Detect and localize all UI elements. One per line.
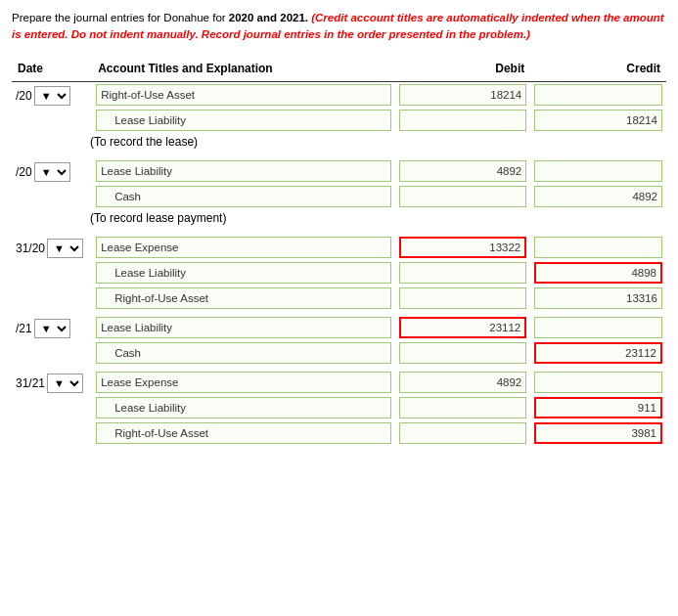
credit-input[interactable]	[534, 84, 662, 106]
account-input[interactable]	[96, 397, 390, 418]
debit-cell	[395, 235, 531, 260]
credit-input[interactable]	[534, 287, 662, 309]
credit-cell	[530, 81, 666, 108]
account-cell	[92, 108, 394, 133]
date-label: 31/21	[16, 376, 45, 390]
table-row	[12, 420, 666, 446]
note-row: (To record the lease)	[12, 133, 666, 154]
credit-input[interactable]	[534, 422, 662, 444]
credit-cell	[530, 108, 666, 133]
header-date: Date	[12, 58, 92, 82]
date-cell	[12, 108, 92, 133]
account-input[interactable]	[96, 317, 390, 338]
date-dropdown[interactable]: ▼	[47, 374, 83, 393]
debit-input[interactable]	[399, 317, 527, 338]
debit-cell	[395, 370, 531, 395]
account-input[interactable]	[96, 287, 390, 309]
date-cell	[12, 184, 92, 209]
table-row	[12, 395, 666, 420]
account-input[interactable]	[96, 160, 390, 182]
credit-input[interactable]	[534, 186, 662, 207]
credit-input[interactable]	[534, 397, 662, 418]
debit-cell	[395, 81, 531, 108]
table-header-row: Date Account Titles and Explanation Debi…	[12, 58, 666, 82]
account-input[interactable]	[96, 342, 390, 364]
instruction-years: 2020 and 2021.	[229, 12, 308, 23]
credit-input[interactable]	[534, 317, 662, 338]
date-cell	[12, 286, 92, 311]
table-row: /21▼	[12, 315, 666, 340]
debit-input[interactable]	[399, 287, 527, 309]
date-dropdown[interactable]: ▼	[34, 319, 70, 338]
credit-cell	[530, 235, 666, 260]
account-cell	[92, 81, 394, 108]
table-row: /20▼	[12, 81, 666, 108]
table-row: 31/21▼	[12, 370, 666, 395]
credit-input[interactable]	[534, 237, 662, 258]
date-dropdown[interactable]: ▼	[47, 239, 83, 258]
date-cell	[12, 420, 92, 446]
header-account: Account Titles and Explanation	[92, 58, 394, 82]
account-cell	[92, 260, 394, 286]
debit-input[interactable]	[399, 372, 527, 393]
date-dropdown[interactable]: ▼	[34, 162, 70, 182]
table-row	[12, 184, 666, 209]
debit-input[interactable]	[399, 110, 527, 131]
date-label: /21	[16, 322, 32, 335]
debit-cell	[395, 158, 531, 184]
debit-cell	[395, 315, 531, 340]
debit-input[interactable]	[399, 186, 527, 207]
account-cell	[92, 395, 394, 420]
date-dropdown[interactable]: ▼	[34, 86, 70, 106]
debit-input[interactable]	[399, 397, 527, 418]
debit-cell	[395, 420, 531, 446]
note-text: (To record lease payment)	[12, 209, 666, 231]
credit-cell	[530, 315, 666, 340]
date-cell: 31/21▼	[12, 370, 92, 395]
account-input[interactable]	[96, 372, 390, 393]
debit-input[interactable]	[399, 342, 527, 364]
debit-cell	[395, 340, 531, 366]
account-input[interactable]	[96, 262, 390, 284]
journal-table: Date Account Titles and Explanation Debi…	[12, 58, 666, 450]
account-input[interactable]	[96, 186, 390, 207]
table-row: 31/20▼	[12, 235, 666, 260]
account-cell	[92, 286, 394, 311]
debit-cell	[395, 260, 531, 286]
table-row	[12, 108, 666, 133]
credit-cell	[530, 340, 666, 366]
account-input[interactable]	[96, 237, 390, 258]
note-text: (To record the lease)	[12, 133, 666, 154]
debit-input[interactable]	[399, 262, 527, 284]
table-row	[12, 340, 666, 366]
table-row	[12, 286, 666, 311]
debit-input[interactable]	[399, 237, 527, 258]
debit-cell	[395, 184, 531, 209]
date-cell: /20▼	[12, 81, 92, 108]
credit-input[interactable]	[534, 110, 662, 131]
credit-input[interactable]	[534, 160, 662, 182]
date-cell: 31/20▼	[12, 235, 92, 260]
account-input[interactable]	[96, 84, 390, 106]
account-input[interactable]	[96, 422, 390, 444]
debit-cell	[395, 286, 531, 311]
credit-input[interactable]	[534, 372, 662, 393]
debit-input[interactable]	[399, 422, 527, 444]
account-cell	[92, 370, 394, 395]
table-row	[12, 260, 666, 286]
account-input[interactable]	[96, 110, 390, 131]
date-label: /20	[16, 89, 32, 103]
account-cell	[92, 184, 394, 209]
debit-input[interactable]	[399, 84, 527, 106]
date-cell	[12, 395, 92, 420]
table-row: /20▼	[12, 158, 666, 184]
credit-input[interactable]	[534, 342, 662, 364]
credit-input[interactable]	[534, 262, 662, 284]
debit-cell	[395, 395, 531, 420]
date-label: 31/20	[16, 242, 45, 255]
header-debit: Debit	[395, 58, 531, 82]
debit-input[interactable]	[399, 160, 527, 182]
date-cell: /21▼	[12, 315, 92, 340]
date-cell	[12, 340, 92, 366]
account-cell	[92, 420, 394, 446]
